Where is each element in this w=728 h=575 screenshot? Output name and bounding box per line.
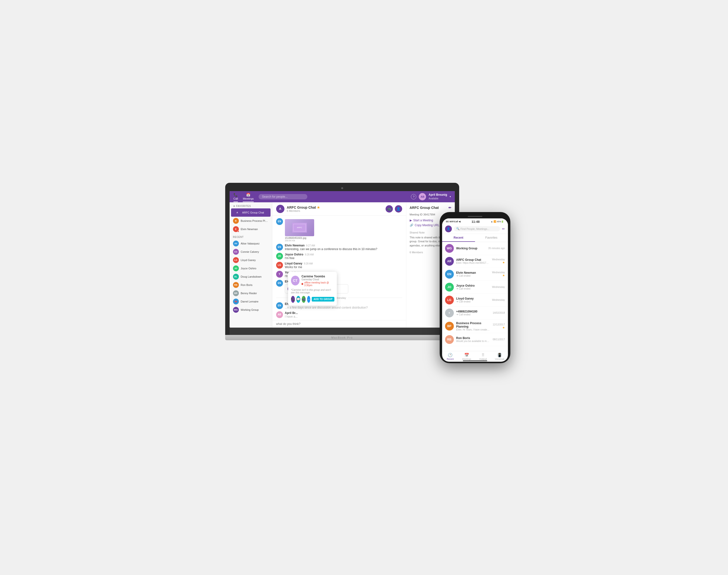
sidebar-item-doug[interactable]: DL Doug Landsdown bbox=[230, 272, 272, 281]
help-button[interactable]: ? bbox=[411, 194, 416, 199]
sidebar-item-darrel[interactable]: 🇬🇧 Darrel Lemaire bbox=[230, 297, 272, 306]
msg-text: Interesting, can we jump on a conference… bbox=[285, 247, 402, 251]
phone-item-content-elvin: Elvin Newman ✦ Call ended bbox=[456, 271, 490, 277]
favorite-star-icon[interactable]: ★ bbox=[317, 205, 320, 209]
file-name: 1518600451601.jpg bbox=[285, 237, 402, 239]
voicemail-nav-icon: 📳 bbox=[497, 353, 502, 357]
sidebar-item-lloyd[interactable]: LG Lloyd Ganey bbox=[230, 256, 272, 264]
phone-list-item-arfc[interactable]: AR ARFC Group Chat Elvin: https://fuze.m… bbox=[442, 255, 508, 268]
phone-list-item-elvin[interactable]: EN Elvin Newman ✦ Call ended Wednesday ★ bbox=[442, 268, 508, 281]
elvin-msg-avatar: EN bbox=[276, 244, 283, 250]
elvin-phone-avatar: EN bbox=[445, 270, 454, 279]
msg-content: ARFC 1518600451601.jpg 259.84 KB bbox=[285, 218, 402, 242]
sidebar: ★ FAVORITES A ARFC Group Chat B Business… bbox=[230, 202, 272, 328]
phone-tabs: Recent Favorites bbox=[442, 234, 508, 242]
joyce-phone-avatar: JO bbox=[445, 283, 454, 292]
phone-list-item-joyce[interactable]: JO Joyce Oshiro ✦ Call ended Wednesday bbox=[442, 281, 508, 294]
sidebar-item-ron[interactable]: RB Ron Boris bbox=[230, 281, 272, 289]
phone-item-content-arfc: ARFC Group Chat Elvin: https://fuze.me/3… bbox=[456, 258, 490, 264]
chat-input-area bbox=[272, 320, 406, 328]
macbook-screen: 📞 Call 📅 Meetings ? AB April Breu bbox=[230, 191, 455, 328]
message-group-elvin1: EN Elvin Newman 9:27 AM Interesting, can… bbox=[276, 244, 402, 251]
tooltip-chat-button[interactable]: → bbox=[307, 296, 310, 303]
phone-carrier: EE WiFiCall ◀ bbox=[446, 221, 460, 223]
phone-item-right: 35 minutes ago bbox=[488, 247, 505, 249]
wed2-avatar: AB bbox=[276, 311, 283, 318]
msg-image: ARFC bbox=[285, 219, 314, 236]
working-group-avatar: WG bbox=[445, 244, 454, 253]
joyce-msg-avatar: JO bbox=[276, 253, 283, 260]
msg-header-lloyd: Lloyd Ganey 9:28 AM bbox=[285, 262, 402, 265]
phone-list-item-bpp[interactable]: BP Business Process Planning Elvin: Hi T… bbox=[442, 319, 508, 333]
phone-search[interactable]: 🔍 Find People, Meetings... bbox=[454, 226, 500, 231]
file-size: 259.84 KB bbox=[285, 239, 402, 242]
message-group-joyce: JO Joyce Oshiro 9:28 AM I'm free bbox=[276, 253, 402, 260]
dialpad-nav-icon: ⠿ bbox=[482, 353, 485, 357]
phone-list-item-number[interactable]: + +498921094180 ✦ Call ended 14/02/2018 bbox=[442, 307, 508, 319]
search-input[interactable] bbox=[258, 194, 307, 199]
tab-recent[interactable]: Recent bbox=[442, 234, 475, 242]
working-avatar: WG bbox=[233, 307, 239, 313]
phone-nav-voicemail[interactable]: 📳 Voicemail bbox=[491, 351, 508, 362]
star-icon-bpp: ★ bbox=[492, 326, 505, 329]
tooltip-actions: 📞 💬 📹 → ADD TO GROUP bbox=[291, 296, 334, 303]
tooltip-sms-button[interactable]: 💬 bbox=[297, 296, 300, 303]
user-name: April Breunig bbox=[428, 193, 447, 197]
phone-header: 👤 🔍 Find People, Meetings... ✏ bbox=[442, 224, 508, 234]
phone-item-content-ron: Ron Boris Would you be available to meet… bbox=[456, 336, 490, 342]
home-indicator bbox=[463, 360, 487, 361]
chat-group-avatar: A bbox=[276, 205, 284, 213]
tooltip-status: offline meeting back @ 3:30pm bbox=[302, 281, 334, 286]
tooltip-call-button[interactable]: 📞 bbox=[291, 296, 295, 303]
msg-content-lloyd: Lloyd Ganey 9:28 AM Works for me bbox=[285, 262, 402, 269]
macbook-frame: 📞 Call 📅 Meetings ? AB April Breu bbox=[225, 183, 459, 335]
sidebar-item-joyce[interactable]: JO Joyce Oshiro bbox=[230, 264, 272, 272]
members-button[interactable]: 👤 bbox=[395, 205, 402, 212]
phone-item-content-bpp: Business Process Planning Elvin: Hi Team… bbox=[456, 322, 490, 331]
add-to-group-button[interactable]: ADD TO GROUP bbox=[312, 297, 335, 302]
phone-header-avatar: 👤 bbox=[445, 226, 452, 232]
video-call-button[interactable]: 📹 bbox=[386, 205, 393, 212]
phone-item-right-number: 14/02/2018 bbox=[492, 311, 505, 314]
phone-status-icons: ▲ 📶 45%🔋 bbox=[491, 221, 504, 223]
phone-nav-recent[interactable]: 🕐 Recent bbox=[442, 351, 459, 362]
image-placeholder: ARFC bbox=[285, 219, 314, 236]
tooltip-video-button[interactable]: 📹 bbox=[302, 296, 306, 303]
msg-content-elvin1: Elvin Newman 9:27 AM Interesting, can we… bbox=[285, 244, 402, 251]
chat-header: A ARFC Group Chat ★ 6 Members 📹 👤 bbox=[272, 202, 406, 216]
favorites-section-title: ★ FAVORITES bbox=[230, 202, 272, 208]
phone-list-item[interactable]: WG Working Group 35 minutes ago bbox=[442, 242, 508, 255]
msg-content-wed2: April Br... I have a... bbox=[285, 311, 402, 318]
chat-header-actions: 📹 👤 bbox=[386, 205, 402, 212]
nav-meetings[interactable]: 📅 Meetings bbox=[243, 191, 254, 202]
phone-item-right-elvin: Wednesday ★ bbox=[492, 271, 505, 277]
phone-list-item-lloyd-phone[interactable]: LG Lloyd Ganey ✦ Call ended Wednesday bbox=[442, 294, 508, 307]
phone-list-item-ron[interactable]: RB Ron Boris Would you be available to m… bbox=[442, 333, 508, 346]
ron-avatar: RB bbox=[233, 282, 239, 288]
tab-favorites[interactable]: Favorites bbox=[475, 234, 508, 242]
phone-item-right-ron: 08/11/2017 bbox=[492, 338, 505, 341]
macbook: 📞 Call 📅 Meetings ? AB April Breu bbox=[225, 183, 459, 383]
chat-input[interactable] bbox=[276, 322, 402, 326]
sidebar-item-elvin[interactable]: E Elvin Newman bbox=[230, 225, 272, 233]
meetings-nav-icon: 📅 bbox=[464, 353, 469, 357]
nav-call[interactable]: 📞 Call bbox=[234, 191, 238, 202]
sidebar-item-benny[interactable]: BR Benny Rieder bbox=[230, 289, 272, 297]
phone-compose-button[interactable]: ✏ bbox=[502, 227, 505, 231]
msg-text-lloyd: Works for me bbox=[285, 265, 402, 269]
lloyd-avatar: LG bbox=[233, 257, 239, 263]
wed1-avatar: EN bbox=[276, 302, 283, 309]
sidebar-item-working[interactable]: WG Working Group bbox=[230, 306, 272, 314]
phone-item-right-joyce: Wednesday bbox=[492, 286, 505, 289]
tooltip-avatar: CT bbox=[291, 276, 300, 285]
tooltip-name: Carmine Toombs bbox=[302, 275, 334, 278]
message-group-image: EN ARFC bbox=[276, 218, 402, 242]
sidebar-item-arfc[interactable]: A ARFC Group Chat bbox=[231, 208, 271, 217]
phone-item-right-arfc: Wednesday ★ bbox=[492, 258, 505, 264]
edit-icon[interactable]: ✏ bbox=[448, 206, 451, 210]
sidebar-item-connie[interactable]: CC Connie Calvery bbox=[230, 248, 272, 256]
phone-status-bar: EE WiFiCall ◀ 11:48 ▲ 📶 45%🔋 bbox=[442, 218, 508, 224]
sidebar-item-alise[interactable]: AV Alise Valasquez bbox=[230, 239, 272, 248]
tooltip-company: Gameday Cloud bbox=[302, 278, 334, 281]
sidebar-item-business[interactable]: B Business Process Plan... bbox=[230, 217, 272, 225]
